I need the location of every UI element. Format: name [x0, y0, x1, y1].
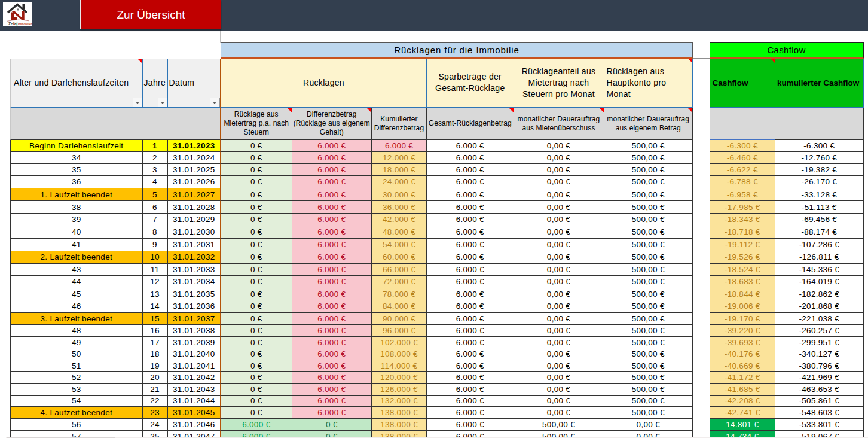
svg-text:Zefaj: Zefaj — [8, 22, 18, 26]
svg-text:Immobilien: Immobilien — [18, 23, 32, 26]
